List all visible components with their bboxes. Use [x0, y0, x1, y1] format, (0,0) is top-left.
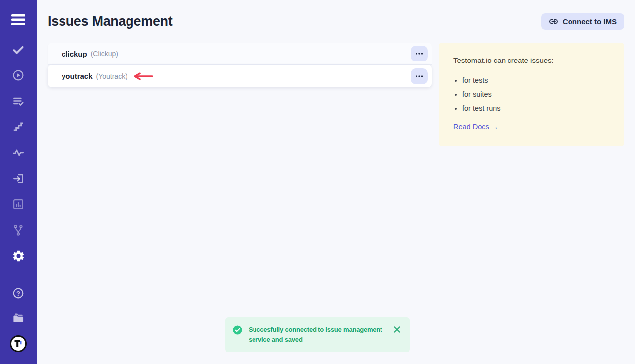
- list-check-icon: [12, 95, 25, 108]
- info-bullet-list: for tests for suites for test runs: [462, 76, 609, 112]
- sidebar-item-tests[interactable]: [0, 37, 37, 62]
- ims-provider: (Clickup): [91, 50, 118, 58]
- stairs-icon: [12, 121, 25, 133]
- page-header: Issues Management Connect to IMS: [48, 0, 624, 30]
- sidebar-item-steps[interactable]: [0, 114, 37, 140]
- sidebar-item-reports[interactable]: [0, 191, 37, 217]
- more-options-button[interactable]: [411, 68, 428, 84]
- sidebar-item-files[interactable]: [0, 305, 37, 331]
- info-bullet: for tests: [462, 76, 609, 84]
- testomat-logo-icon: [9, 335, 27, 353]
- sidebar-item-import[interactable]: [0, 166, 37, 191]
- toast-message: Succesfully connected to issue managemen…: [249, 325, 387, 345]
- content-area: clickup (Clickup) youtrack (Youtrack): [48, 43, 624, 146]
- sidebar-bottom: ?: [0, 280, 37, 364]
- folder-icon: [12, 311, 25, 325]
- info-panel: Testomat.io can create issues: for tests…: [439, 43, 624, 146]
- info-panel-title: Testomat.io can create issues:: [453, 56, 609, 64]
- main-content: Issues Management Connect to IMS clickup…: [37, 0, 635, 146]
- sidebar-item-logo[interactable]: [0, 331, 37, 356]
- ims-name: youtrack: [62, 72, 93, 80]
- hamburger-menu-icon[interactable]: [7, 9, 29, 31]
- sidebar-item-test-plans[interactable]: [0, 88, 37, 114]
- play-circle-icon: [12, 69, 25, 82]
- info-bullet: for suites: [462, 90, 609, 98]
- link-icon: [549, 17, 558, 26]
- page-title: Issues Management: [48, 13, 173, 30]
- ims-name: clickup: [62, 50, 87, 58]
- svg-text:?: ?: [16, 289, 20, 297]
- toast-close-button[interactable]: [393, 326, 401, 333]
- connect-to-ims-button[interactable]: Connect to IMS: [541, 13, 624, 30]
- bar-chart-icon: [12, 198, 25, 211]
- pulse-icon: [12, 146, 25, 159]
- sidebar-item-branches[interactable]: [0, 217, 37, 243]
- sidebar-item-runs[interactable]: [0, 62, 37, 88]
- gear-icon: [12, 249, 25, 263]
- ims-provider: (Youtrack): [96, 72, 127, 80]
- import-icon: [12, 172, 25, 185]
- help-icon: ?: [12, 287, 25, 300]
- check-icon: [12, 43, 25, 56]
- ims-row-clickup[interactable]: clickup (Clickup): [48, 43, 432, 65]
- ellipsis-icon: [416, 75, 423, 77]
- read-docs-link[interactable]: Read Docs →: [453, 123, 498, 131]
- sidebar: ?: [0, 0, 37, 364]
- sidebar-item-analytics[interactable]: [0, 140, 37, 166]
- connect-button-label: Connect to IMS: [563, 17, 617, 26]
- success-toast: Succesfully connected to issue managemen…: [225, 317, 410, 352]
- sidebar-item-settings[interactable]: [0, 243, 37, 269]
- ims-list: clickup (Clickup) youtrack (Youtrack): [48, 43, 432, 87]
- success-check-icon: [233, 325, 242, 337]
- close-icon: [393, 326, 401, 333]
- red-arrow-annotation: [132, 72, 153, 80]
- info-bullet: for test runs: [462, 104, 609, 112]
- sidebar-nav: [0, 37, 37, 269]
- branch-icon: [12, 224, 25, 237]
- ellipsis-icon: [416, 53, 423, 55]
- sidebar-item-help[interactable]: ?: [0, 280, 37, 305]
- ims-row-youtrack[interactable]: youtrack (Youtrack): [48, 65, 432, 87]
- more-options-button[interactable]: [411, 46, 428, 61]
